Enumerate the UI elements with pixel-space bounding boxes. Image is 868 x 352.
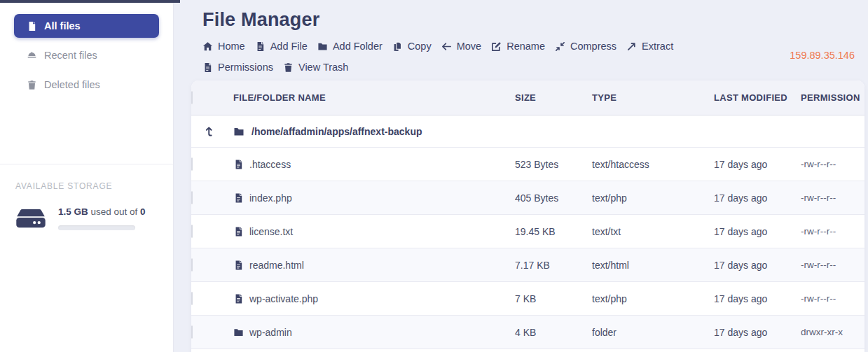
file-modified: 17 days ago — [707, 226, 794, 237]
row-checkbox[interactable] — [191, 292, 193, 305]
toolbar-button-label: Permissions — [218, 62, 273, 73]
file-name: license.txt — [249, 226, 293, 237]
file-rows: .htaccess 523 Bytes text/htaccess 17 day… — [191, 148, 864, 349]
column-header-name: FILE/FOLDER NAME — [228, 92, 505, 103]
file-icon — [255, 41, 266, 52]
rename-button[interactable]: Rename — [491, 41, 545, 52]
home-button[interactable]: Home — [202, 41, 245, 52]
add-folder-button[interactable]: Add Folder — [317, 41, 383, 52]
file-permission: drwxr-xr-x — [794, 327, 864, 337]
storage-total-value: 0 — [140, 206, 146, 217]
file-size: 4 KB — [505, 327, 584, 338]
hdd-icon — [15, 208, 46, 230]
permissions-button[interactable]: Permissions — [202, 62, 273, 73]
table-row[interactable]: .htaccess 523 Bytes text/htaccess 17 day… — [191, 148, 864, 181]
column-header-type: TYPE — [584, 92, 707, 103]
level-up-icon[interactable] — [204, 125, 216, 137]
file-type: text/htaccess — [584, 159, 707, 170]
storage-panel: AVAILABLE STORAGE 1.5 GB used out of 0 — [0, 164, 173, 230]
toolbar-button-label: Move — [457, 41, 481, 52]
sidebar: All files Recent files Deleted files AVA… — [0, 0, 174, 352]
folder-icon — [233, 126, 244, 137]
file-icon — [233, 192, 244, 204]
storage-heading: AVAILABLE STORAGE — [15, 181, 158, 191]
edit-icon — [491, 41, 502, 52]
recent-icon — [27, 50, 37, 61]
sidebar-item-label: Deleted files — [44, 79, 100, 90]
toolbar-button-label: Compress — [570, 41, 616, 52]
sidebar-item-label: Recent files — [44, 50, 97, 61]
row-checkbox[interactable] — [191, 258, 193, 272]
file-icon — [233, 293, 244, 304]
trash-icon — [283, 62, 294, 73]
storage-used-value: 1.5 GB — [58, 206, 88, 217]
column-header-modified: LAST MODIFIED — [707, 92, 794, 103]
current-path-row: /home/affadmin/apps/affnext-backup — [191, 115, 864, 148]
copy-icon — [392, 41, 403, 52]
table-row[interactable]: license.txt 19.45 KB text/txt 17 days ag… — [191, 215, 864, 248]
file-name: wp-activate.php — [249, 293, 318, 304]
extract-button[interactable]: Extract — [626, 41, 673, 52]
trash-icon — [27, 80, 37, 90]
move-button[interactable]: Move — [441, 41, 481, 52]
sidebar-item-deleted-files[interactable]: Deleted files — [14, 73, 159, 97]
compress-button[interactable]: Compress — [555, 41, 616, 52]
add-file-button[interactable]: Add File — [255, 41, 308, 52]
file-size: 405 Bytes — [505, 192, 584, 204]
folder-icon — [233, 327, 244, 338]
table-row[interactable]: wp-admin 4 KB folder 17 days ago drwxr-x… — [191, 316, 864, 349]
column-header-size: SIZE — [505, 92, 584, 103]
file-permission: -rw-r--r-- — [794, 159, 864, 169]
toolbar-button-label: Home — [218, 41, 245, 52]
row-checkbox[interactable] — [191, 157, 193, 171]
file-icon — [233, 159, 244, 170]
toolbar-button-label: Copy — [408, 41, 432, 52]
copy-button[interactable]: Copy — [392, 41, 432, 52]
file-name: index.php — [249, 192, 292, 204]
file-modified: 17 days ago — [707, 260, 794, 271]
file-icon — [233, 226, 244, 237]
sidebar-item-all-files[interactable]: All files — [14, 14, 159, 38]
view-trash-button[interactable]: View Trash — [283, 62, 348, 73]
expand-icon — [626, 41, 637, 52]
storage-usage-middle: used out of — [88, 206, 140, 217]
top-accent-strip — [0, 0, 180, 3]
toolbar-row-1: Home Add File Add Folder Copy Move Renam… — [202, 41, 735, 73]
table-row[interactable]: readme.html 7.17 KB text/html 17 days ag… — [191, 248, 864, 282]
sidebar-item-recent-files[interactable]: Recent files — [14, 43, 159, 67]
compress-icon — [555, 41, 565, 52]
file-icon — [233, 260, 244, 271]
file-type: folder — [584, 327, 707, 338]
storage-progress-bar — [58, 225, 135, 230]
file-icon — [27, 21, 37, 31]
row-checkbox[interactable] — [191, 191, 193, 204]
file-icon — [202, 62, 213, 73]
table-row[interactable]: index.php 405 Bytes text/php 17 days ago… — [191, 181, 864, 215]
home-icon — [202, 41, 213, 52]
column-header-permission: PERMISSION — [794, 92, 864, 103]
row-checkbox[interactable] — [191, 225, 193, 238]
file-modified: 17 days ago — [707, 192, 794, 204]
sidebar-nav: All files Recent files Deleted files — [0, 14, 173, 97]
toolbar-button-label: Add File — [270, 41, 308, 52]
table-row[interactable]: wp-activate.php 7 KB text/php 17 days ag… — [191, 282, 864, 316]
toolbar-button-label: Rename — [507, 41, 545, 52]
storage-usage-text: 1.5 GB used out of 0 — [58, 206, 146, 217]
toolbar-button-label: Add Folder — [333, 41, 383, 52]
file-modified: 17 days ago — [707, 293, 794, 304]
file-name: wp-admin — [249, 327, 292, 338]
file-type: text/php — [584, 293, 707, 304]
file-size: 19.45 KB — [505, 226, 584, 237]
select-all-checkbox[interactable] — [191, 91, 193, 104]
file-permission: -rw-r--r-- — [794, 226, 864, 237]
file-type: text/html — [584, 260, 707, 271]
sidebar-item-label: All files — [44, 20, 81, 31]
toolbar-button-label: Extract — [642, 41, 673, 52]
main-content: File Manager Home Add File Add Folder Co… — [180, 0, 868, 352]
file-name: .htaccess — [249, 159, 291, 170]
file-permission: -rw-r--r-- — [794, 260, 864, 270]
file-name: readme.html — [249, 260, 304, 271]
row-checkbox[interactable] — [191, 325, 193, 339]
file-permission: -rw-r--r-- — [794, 293, 864, 304]
file-size: 7 KB — [505, 293, 584, 304]
